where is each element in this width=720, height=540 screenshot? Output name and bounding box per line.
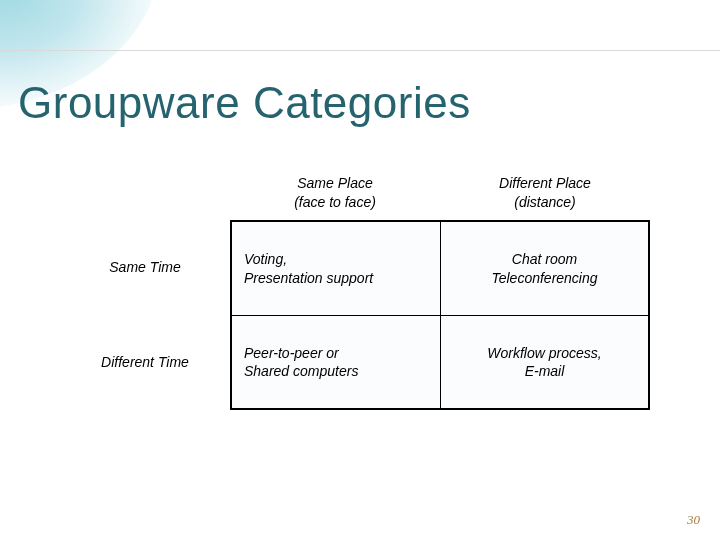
cell-line: Teleconferencing bbox=[491, 269, 597, 287]
col-header-line: Different Place bbox=[499, 174, 591, 192]
cell-same-time-diff-place: Chat room Teleconferencing bbox=[440, 220, 650, 315]
cell-line: Peer-to-peer or bbox=[244, 344, 339, 362]
page-number: 30 bbox=[687, 512, 700, 528]
cell-diff-time-same-place: Peer-to-peer or Shared computers bbox=[230, 315, 440, 410]
col-header-line: Same Place bbox=[297, 174, 372, 192]
row-header-text: Different Time bbox=[101, 353, 189, 371]
matrix-corner bbox=[60, 165, 230, 220]
cell-same-time-same-place: Voting, Presentation support bbox=[230, 220, 440, 315]
cell-line: Workflow process, bbox=[487, 344, 601, 362]
col-header-line: (face to face) bbox=[294, 193, 376, 211]
groupware-matrix: Same Place (face to face) Different Plac… bbox=[60, 165, 660, 410]
col-header-line: (distance) bbox=[514, 193, 575, 211]
slide-title: Groupware Categories bbox=[18, 78, 471, 128]
cell-line: Presentation support bbox=[244, 269, 373, 287]
horizontal-rule bbox=[0, 50, 720, 51]
cell-line: E-mail bbox=[525, 362, 565, 380]
slide: Groupware Categories Same Place (face to… bbox=[0, 0, 720, 540]
cell-line: Chat room bbox=[512, 250, 577, 268]
cell-line: Shared computers bbox=[244, 362, 358, 380]
row-header-text: Same Time bbox=[109, 258, 180, 276]
row-header-diff-time: Different Time bbox=[60, 315, 230, 410]
col-header-diff-place: Different Place (distance) bbox=[440, 165, 650, 220]
cell-diff-time-diff-place: Workflow process, E-mail bbox=[440, 315, 650, 410]
col-header-same-place: Same Place (face to face) bbox=[230, 165, 440, 220]
row-header-same-time: Same Time bbox=[60, 220, 230, 315]
cell-line: Voting, bbox=[244, 250, 287, 268]
